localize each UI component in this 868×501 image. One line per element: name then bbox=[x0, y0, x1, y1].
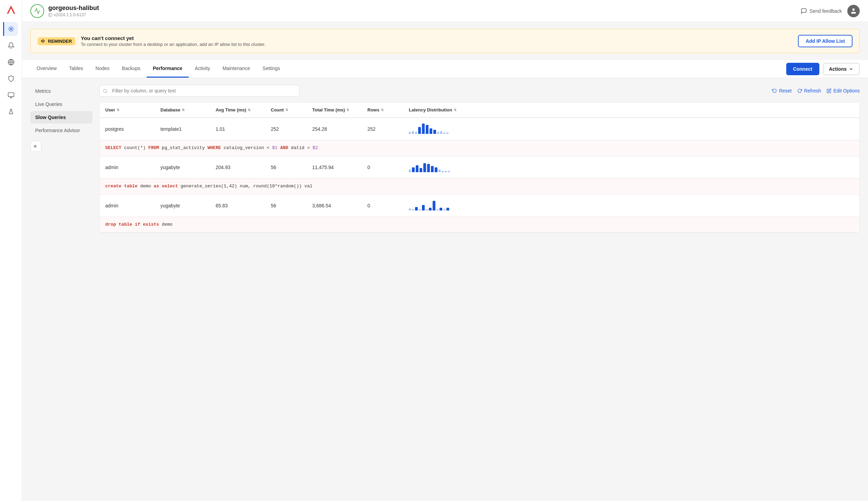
add-ip-allow-list-button[interactable]: Add IP Allow List bbox=[798, 35, 852, 47]
sidebar-item-clusters[interactable] bbox=[3, 22, 18, 36]
data-row-3[interactable]: admin yugabyte 65.83 56 3,686.54 0 bbox=[100, 195, 859, 217]
icon-bar bbox=[0, 0, 22, 501]
bar bbox=[419, 209, 421, 210]
latency-chart-2 bbox=[409, 161, 854, 174]
svg-line-10 bbox=[9, 30, 10, 31]
cluster-details: gorgeous-halibut v2024.1.1.0-b137 bbox=[48, 4, 99, 17]
tab-maintenance[interactable]: Maintenance bbox=[216, 60, 256, 78]
sidebar-item-notifications[interactable] bbox=[4, 39, 18, 52]
cell-total-time-3: 3,686.54 bbox=[307, 198, 362, 213]
main-content: gorgeous-halibut v2024.1.1.0-b137 Send f… bbox=[22, 0, 868, 501]
sidebar-item-live-queries[interactable]: Live Queries bbox=[30, 98, 92, 110]
col-header-count[interactable]: Count ⇅ bbox=[265, 102, 307, 117]
app-logo[interactable] bbox=[5, 4, 17, 17]
sidebar-item-labs[interactable] bbox=[4, 105, 18, 119]
user-avatar[interactable] bbox=[847, 5, 860, 17]
svg-point-18 bbox=[852, 8, 855, 11]
tab-activity[interactable]: Activity bbox=[189, 60, 216, 78]
latency-chart-3 bbox=[409, 199, 854, 212]
cluster-icon bbox=[30, 4, 44, 18]
cluster-name: gorgeous-halibut bbox=[48, 4, 99, 12]
connect-button[interactable]: Connect bbox=[786, 63, 819, 75]
send-feedback-button[interactable]: Send feedback bbox=[801, 8, 842, 14]
sort-icon-avg-time: ⇅ bbox=[248, 108, 250, 112]
tab-performance[interactable]: Performance bbox=[147, 60, 189, 78]
actions-button[interactable]: Actions bbox=[823, 63, 860, 75]
page-content: REMINDER You can't connect yet To connec… bbox=[22, 22, 868, 501]
connection-banner: REMINDER You can't connect yet To connec… bbox=[30, 29, 860, 53]
svg-line-21 bbox=[106, 92, 107, 93]
latency-chart-1 bbox=[409, 123, 854, 135]
filter-input-wrapper bbox=[99, 85, 299, 97]
svg-rect-16 bbox=[49, 13, 52, 17]
cell-total-time-2: 11,475.94 bbox=[307, 160, 362, 175]
col-header-total-time[interactable]: Total Time (ms) ⇅ bbox=[307, 102, 362, 117]
cell-avg-time-1: 1.01 bbox=[210, 121, 265, 137]
cell-total-time-1: 254.28 bbox=[307, 121, 362, 137]
col-header-rows[interactable]: Rows ⇅ bbox=[362, 102, 403, 117]
top-header: gorgeous-halibut v2024.1.1.0-b137 Send f… bbox=[22, 0, 868, 22]
data-row-2[interactable]: admin yugabyte 204.93 56 11,475.94 0 bbox=[100, 156, 859, 178]
refresh-button[interactable]: Refresh bbox=[797, 88, 821, 94]
query-text-3: drop table if exists demo bbox=[100, 217, 859, 233]
cell-user-3: admin bbox=[100, 198, 155, 213]
sort-icon-latency: ⇅ bbox=[454, 108, 456, 112]
collapse-sidebar-button[interactable] bbox=[30, 141, 41, 152]
bar bbox=[442, 171, 444, 172]
cell-rows-1: 252 bbox=[362, 121, 403, 137]
bar bbox=[409, 169, 411, 172]
query-text-1: SELECT count(*) FROM pg_stat_activity WH… bbox=[100, 140, 859, 156]
bar bbox=[409, 132, 411, 134]
sidebar-item-global[interactable] bbox=[4, 55, 18, 69]
tabs-bar: Overview Tables Nodes Backups Performanc… bbox=[22, 60, 868, 78]
bar bbox=[443, 209, 445, 210]
bar bbox=[435, 167, 437, 172]
cell-rows-2: 0 bbox=[362, 160, 403, 175]
tab-tables[interactable]: Tables bbox=[63, 60, 89, 78]
col-header-user[interactable]: User ⇅ bbox=[100, 102, 155, 117]
data-row-1[interactable]: postgres template1 1.01 252 254.28 252 bbox=[100, 118, 859, 140]
tab-nodes[interactable]: Nodes bbox=[89, 60, 116, 78]
bar bbox=[445, 171, 447, 172]
bar bbox=[418, 127, 421, 134]
cell-rows-3: 0 bbox=[362, 198, 403, 213]
bar bbox=[420, 168, 422, 172]
cell-user-1: postgres bbox=[100, 121, 155, 137]
query-text-2: create table demo as select generate_ser… bbox=[100, 178, 859, 194]
bar bbox=[433, 130, 436, 134]
col-header-latency[interactable]: Latency Distribution ⇅ bbox=[403, 102, 859, 117]
header-actions: Send feedback bbox=[801, 5, 860, 17]
svg-line-8 bbox=[12, 30, 13, 31]
tab-overview[interactable]: Overview bbox=[30, 60, 63, 78]
tab-settings[interactable]: Settings bbox=[256, 60, 286, 78]
cell-database-2: yugabyte bbox=[155, 160, 210, 175]
bar bbox=[431, 166, 434, 172]
sidebar-item-security[interactable] bbox=[4, 72, 18, 86]
bar bbox=[446, 208, 449, 210]
svg-rect-13 bbox=[8, 93, 14, 97]
col-header-avg-time[interactable]: Avg Time (ms) ⇅ bbox=[210, 102, 265, 117]
cluster-info: gorgeous-halibut v2024.1.1.0-b137 bbox=[30, 4, 99, 18]
sidebar-item-performance-advisor[interactable]: Performance Advisor bbox=[30, 124, 92, 137]
col-header-database[interactable]: Database ⇅ bbox=[155, 102, 210, 117]
bar bbox=[430, 128, 432, 134]
table-header: User ⇅ Database ⇅ Avg Time (ms) ⇅ Coun bbox=[100, 102, 859, 118]
sidebar-item-monitoring[interactable] bbox=[4, 88, 18, 102]
sidebar-item-metrics[interactable]: Metrics bbox=[30, 85, 92, 97]
bar bbox=[415, 207, 418, 210]
main-tabs: Overview Tables Nodes Backups Performanc… bbox=[30, 60, 286, 78]
filter-input[interactable] bbox=[99, 85, 299, 97]
bar bbox=[426, 209, 428, 210]
bar bbox=[415, 132, 417, 134]
sidebar-item-slow-queries[interactable]: Slow Queries bbox=[30, 111, 92, 124]
bar bbox=[409, 208, 411, 210]
tab-backups[interactable]: Backups bbox=[116, 60, 147, 78]
bar bbox=[438, 169, 441, 172]
banner-left: REMINDER You can't connect yet To connec… bbox=[38, 35, 266, 47]
edit-options-button[interactable]: Edit Options bbox=[827, 88, 860, 94]
bar bbox=[412, 209, 414, 210]
cell-database-1: template1 bbox=[155, 121, 210, 137]
bar bbox=[437, 132, 439, 134]
tabs-actions: Connect Actions bbox=[786, 63, 860, 75]
reset-button[interactable]: Reset bbox=[772, 88, 792, 94]
